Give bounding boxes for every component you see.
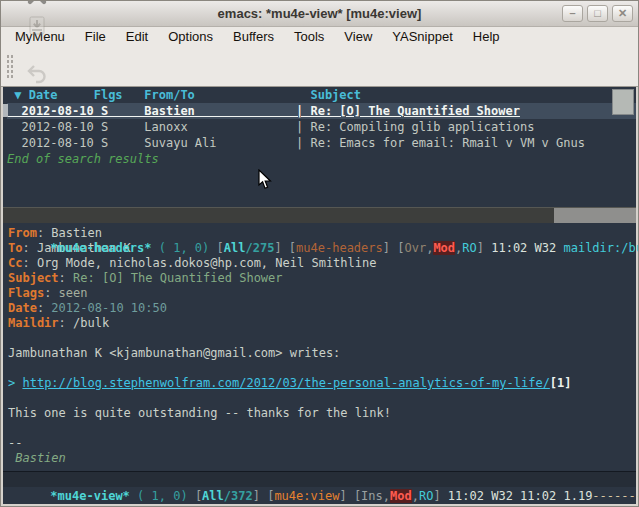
menu-item-buffers[interactable]: Buffers bbox=[223, 27, 284, 47]
tool-bar bbox=[1, 47, 638, 87]
window-buttons: – □ ✕ bbox=[562, 5, 633, 22]
headers-row-text: 2012-08-10 S Suvayu Ali | Re: Emacs for … bbox=[7, 136, 585, 150]
body-text: Bastien bbox=[8, 451, 66, 465]
body-line: This one is quite outstanding -- thanks … bbox=[8, 406, 636, 421]
modeline-segment: ] bbox=[383, 241, 397, 255]
message-field-date: Date: 2012-08-10 10:50 bbox=[8, 301, 636, 316]
headers-column-header[interactable]: ▼ Date Flgs From/To Subject bbox=[7, 87, 636, 103]
window-title: emacs: *mu4e-view* [mu4e:view] bbox=[1, 1, 638, 26]
modeline-segment: 11:02 W32 11:02 1.19 bbox=[448, 489, 593, 503]
field-value: Re: [O] The Quantified Shower bbox=[73, 271, 283, 285]
modeline-segment: ] bbox=[477, 241, 491, 255]
modeline-segment: maildir:/bulk bbox=[563, 241, 639, 255]
modeline-segment: /275 bbox=[245, 241, 274, 255]
modeline-segment: ( 1, 0) bbox=[152, 241, 217, 255]
modeline-segment: Mod bbox=[390, 489, 412, 503]
field-value: Bastien bbox=[51, 226, 102, 240]
text-cursor bbox=[3, 104, 8, 117]
modeline-segment: /372 bbox=[224, 489, 253, 503]
field-colon: : bbox=[59, 271, 73, 285]
headers-row-text: 2012-08-10 S Bastien | Re: [O] The Quant… bbox=[7, 104, 520, 118]
message-field-subject: Subject: Re: [O] The Quantified Shower bbox=[8, 271, 636, 286]
body-line: Jambunathan K <kjambunathan@gmail.com> w… bbox=[8, 346, 636, 361]
modeline-segment: -------------- bbox=[592, 489, 639, 503]
field-label: Date bbox=[8, 301, 37, 315]
modeline-segment: , bbox=[383, 489, 390, 503]
message-field-maildir: Maildir: /bulk bbox=[8, 316, 636, 331]
menu-item-help[interactable]: Help bbox=[463, 27, 510, 47]
modeline-segment: RO bbox=[462, 241, 476, 255]
modeline-segment: Ovr bbox=[404, 241, 426, 255]
menu-item-tools[interactable]: Tools bbox=[284, 27, 334, 47]
modeline-tail bbox=[554, 208, 636, 223]
headers-row-text: 2012-08-10 S Lanoxx | Re: Compiling glib… bbox=[7, 120, 534, 134]
modeline-segment: [ bbox=[289, 241, 296, 255]
body-text: Jambunathan K <kjambunathan@gmail.com> w… bbox=[8, 346, 340, 360]
modeline-segment: 11:02 W32 bbox=[491, 241, 563, 255]
body-line bbox=[8, 361, 636, 376]
modeline-segment: All bbox=[202, 489, 224, 503]
title-bar[interactable]: emacs: *mu4e-view* [mu4e:view] – □ ✕ bbox=[1, 1, 638, 27]
message-body: Jambunathan K <kjambunathan@gmail.com> w… bbox=[8, 331, 636, 466]
field-colon: : bbox=[37, 301, 51, 315]
menu-item-options[interactable]: Options bbox=[158, 27, 223, 47]
modeline-segment: ] bbox=[433, 489, 447, 503]
modeline-segment: ] bbox=[253, 489, 267, 503]
body-line bbox=[8, 421, 636, 436]
modeline-segment: RO bbox=[419, 489, 433, 503]
modeline-segment: ( 1, 0) bbox=[130, 489, 195, 503]
message-link[interactable]: http://blog.stephenwolfram.com/2012/03/t… bbox=[22, 376, 549, 390]
modeline-segment: All bbox=[224, 241, 246, 255]
body-text: [1] bbox=[550, 376, 572, 390]
body-text: > bbox=[8, 376, 22, 390]
menu-item-yasnippet[interactable]: YASnippet bbox=[382, 27, 462, 47]
body-line bbox=[8, 331, 636, 346]
modeline-segment: mu4e-headers bbox=[296, 241, 383, 255]
menu-item-file[interactable]: File bbox=[75, 27, 116, 47]
delete-icon[interactable] bbox=[22, 0, 52, 10]
body-line bbox=[8, 391, 636, 406]
headers-row-list: 2012-08-10 S Bastien | Re: [O] The Quant… bbox=[7, 103, 636, 151]
modeline-segment: ] bbox=[339, 489, 353, 503]
field-label: Subject bbox=[8, 271, 59, 285]
save-as-icon bbox=[22, 10, 52, 40]
modeline-segment: , bbox=[412, 489, 419, 503]
modeline-segment: *mu4e-headers* bbox=[50, 241, 151, 255]
headers-row[interactable]: 2012-08-10 S Lanoxx | Re: Compiling glib… bbox=[7, 119, 636, 135]
field-value: Org Mode, nicholas.dokos@hp.com, Neil Sm… bbox=[37, 256, 377, 270]
headers-row[interactable]: 2012-08-10 S Bastien | Re: [O] The Quant… bbox=[7, 103, 636, 119]
modeline-view[interactable]: *mu4e-view* ( 1, 0) [All/372] [mu4e:view… bbox=[3, 471, 636, 487]
modeline-headers[interactable]: *mu4e-headers* ( 1, 0) [All/275] [mu4e-h… bbox=[3, 207, 636, 223]
emacs-frame-content: ▼ Date Flgs From/To Subject 2012-08-10 S… bbox=[3, 87, 636, 504]
emacs-window: emacs: *mu4e-view* [mu4e:view] – □ ✕ MyM… bbox=[0, 0, 639, 507]
field-label: Flags bbox=[8, 286, 44, 300]
vertical-scrollbar-thumb[interactable] bbox=[612, 89, 634, 115]
end-of-search-message: End of search results bbox=[7, 151, 636, 167]
message-field-from: From: Bastien bbox=[8, 226, 636, 241]
body-text: This one is quite outstanding -- thanks … bbox=[8, 406, 391, 420]
field-label: Maildir bbox=[8, 316, 59, 330]
field-colon: : bbox=[44, 286, 58, 300]
view-window: From: BastienTo: Jambunathan KCc: Org Mo… bbox=[3, 223, 636, 471]
modeline-segment: *mu4e-view* bbox=[50, 489, 129, 503]
close-button[interactable]: ✕ bbox=[612, 5, 633, 22]
maximize-button[interactable]: □ bbox=[587, 5, 608, 22]
field-value: 2012-08-10 10:50 bbox=[51, 301, 167, 315]
headers-row[interactable]: 2012-08-10 S Suvayu Ali | Re: Emacs for … bbox=[7, 135, 636, 151]
field-value: /bulk bbox=[73, 316, 109, 330]
menu-item-view[interactable]: View bbox=[334, 27, 382, 47]
body-text: -- bbox=[8, 436, 22, 450]
toolbar-grip-handle[interactable] bbox=[6, 54, 14, 80]
message-field-flags: Flags: seen bbox=[8, 286, 636, 301]
headers-window: ▼ Date Flgs From/To Subject 2012-08-10 S… bbox=[3, 87, 636, 207]
modeline-segment: Mod bbox=[433, 241, 455, 255]
mouse-cursor bbox=[258, 169, 272, 194]
modeline-segment: Ins bbox=[361, 489, 383, 503]
modeline-segment: [ bbox=[217, 241, 224, 255]
field-value: seen bbox=[59, 286, 88, 300]
body-line: -- bbox=[8, 436, 636, 451]
menu-item-edit[interactable]: Edit bbox=[116, 27, 158, 47]
body-line: Bastien bbox=[8, 451, 636, 466]
minimize-button[interactable]: – bbox=[562, 5, 583, 22]
body-line: > http://blog.stephenwolfram.com/2012/03… bbox=[8, 376, 636, 391]
